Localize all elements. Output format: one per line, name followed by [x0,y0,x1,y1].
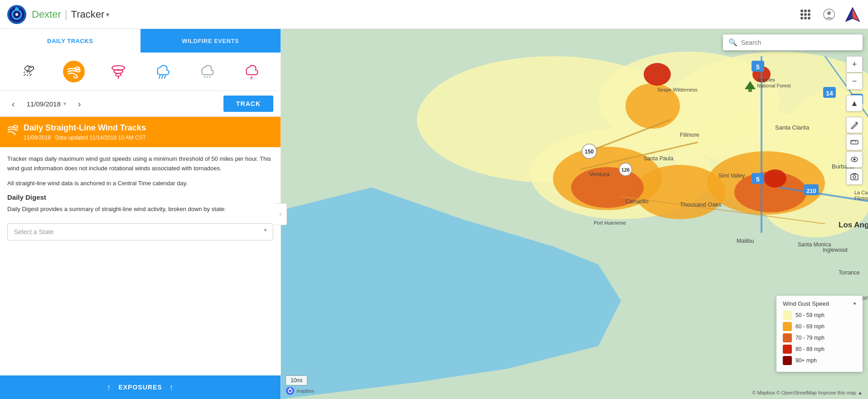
legend-label-2: 70 - 79 mph [795,335,824,341]
app-name: Dexter [32,9,61,20]
svg-text:126: 126 [621,167,630,173]
svg-text:Camarillo: Camarillo [626,198,649,205]
date-display[interactable]: 11/09/2018 ▾ [27,100,66,108]
tab-wildfire-events[interactable]: WILDFIRE EVENTS [141,29,281,53]
panel-collapse-handle[interactable]: ‹ [274,203,287,225]
legend-label-1: 60 - 69 mph [795,323,824,330]
svg-point-19 [209,77,211,78]
wind-legend-title: Wind Gust Speed [783,300,829,307]
tab-daily-tracks[interactable]: DAILY TRACKS [0,29,141,53]
svg-text:Santa Paula: Santa Paula [644,155,674,162]
legend-swatch-1 [783,322,792,331]
svg-point-38 [764,169,786,187]
legend-swatch-2 [783,333,792,342]
map-credit: © Mapbox © OpenStreetMap Improve this ma… [752,390,863,395]
search-input[interactable] [741,39,857,46]
svg-point-36 [644,63,671,86]
header-icons [797,6,861,23]
grid-menu-button[interactable] [797,6,814,23]
legend-item-3: 80 - 89 mph [783,345,856,354]
draw-tool-button[interactable] [846,117,863,133]
svg-point-5 [827,11,831,15]
exposures-bar[interactable]: ↑ EXPOSURES ↑ [0,375,281,399]
legend-swatch-3 [783,345,792,354]
description-para2: All straight-line wind data is anchored … [7,179,273,188]
map-area[interactable]: 5 5 14 14 150 126 [281,29,868,399]
tabs-bar: DAILY TRACKS WILDFIRE EVENTS [0,29,281,53]
next-date-button[interactable]: › [73,97,86,111]
svg-line-14 [159,76,160,78]
search-icon: 🔍 [728,38,737,47]
svg-text:Malibu: Malibu [737,237,754,244]
event-card: Daily Straight-Line Wind Tracks 11/09/20… [0,117,281,147]
legend-label-4: 90+ mph [795,357,817,364]
svg-text:Simi Valley: Simi Valley [718,173,745,179]
svg-rect-79 [748,89,752,92]
wind-legend-dropdown[interactable]: ▾ [853,301,856,307]
visibility-toggle-button[interactable] [846,151,863,168]
legend-swatch-0 [783,311,792,320]
svg-text:5: 5 [756,176,760,183]
description-para1: Tracker maps daily maximum wind gust spe… [7,154,273,173]
account-button[interactable] [821,6,837,23]
map-scale: 10mi [286,375,307,385]
main-layout: DAILY TRACKS WILDFIRE EVENTS ⛈ [0,29,868,399]
map-search-bar: 🔍 [723,34,863,50]
weather-icons-row: ⛈ [0,53,281,91]
svg-text:Angeles: Angeles [757,77,775,82]
svg-marker-20 [250,76,253,80]
weather-icon-wind[interactable] [60,58,87,85]
svg-point-89 [853,159,856,161]
weather-icon-tornado[interactable] [105,58,132,85]
weather-icon-light-rain[interactable] [193,58,220,85]
svg-text:La Cañada: La Cañada [854,190,868,195]
event-meta: 11/09/2018 Data updated 11/14/2018 10 AM… [24,135,146,141]
svg-point-12 [116,73,121,76]
arro-logo-button[interactable] [844,6,861,23]
current-date: 11/09/2018 [27,100,61,108]
mapbox-logo: mapbox [286,386,314,395]
svg-point-2 [15,13,18,16]
left-panel: DAILY TRACKS WILDFIRE EVENTS ⛈ [0,29,281,399]
product-dropdown-icon[interactable]: ▾ [106,11,109,18]
svg-text:National Forest: National Forest [757,83,791,88]
weather-icon-rain-thunder[interactable] [149,58,176,85]
screenshot-button[interactable] [846,168,863,185]
svg-text:210: 210 [806,187,816,194]
svg-point-3 [15,7,19,11]
event-title: Daily Straight-Line Wind Tracks [24,123,146,133]
zoom-out-button[interactable]: − [846,73,863,90]
state-select[interactable]: Select a State Alabama Alaska Arizona Ca… [7,223,273,240]
weather-icon-snow-lightning[interactable] [238,58,265,85]
panel-content: Tracker maps daily maximum wind gust spe… [0,147,281,375]
map-controls: + − ▲ [846,56,863,185]
weather-icon-thunderstorm[interactable]: ⛈ [16,58,43,85]
prev-date-button[interactable]: ‹ [7,97,19,111]
legend-label-3: 80 - 89 mph [795,346,824,352]
svg-point-94 [289,388,291,389]
daily-digest-desc: Daily Digest provides a summary of strai… [7,205,273,214]
app-header: Dexter | Tracker ▾ [0,0,868,29]
svg-text:Los Angeles: Los Angeles [839,221,868,229]
mapbox-text: mapbox [296,388,314,394]
event-updated: Data updated 11/14/2018 10 AM CST [55,135,146,141]
reset-north-button[interactable]: ▲ [846,95,863,111]
wind-legend-header: Wind Gust Speed ▾ [783,300,856,307]
svg-text:Port Hueneme: Port Hueneme [594,220,626,226]
legend-item-0: 50 - 59 mph [783,311,856,320]
legend-label-0: 50 - 59 mph [795,312,824,318]
track-button[interactable]: TRACK [223,96,273,112]
zoom-in-button[interactable]: + [846,56,863,72]
svg-rect-90 [851,174,858,180]
date-dropdown-icon: ▾ [63,101,66,107]
svg-point-18 [207,77,208,78]
measure-tool-button[interactable] [846,134,863,150]
exposures-label: EXPOSURES [118,384,162,391]
svg-text:Fillmore: Fillmore [680,132,699,138]
svg-text:14: 14 [826,90,833,97]
exposures-up-arrow-left: ↑ [107,383,111,392]
state-select-wrapper: Select a State Alabama Alaska Arizona Ca… [7,220,273,240]
legend-swatch-4 [783,356,792,365]
svg-text:Santa Clarita: Santa Clarita [775,124,810,131]
svg-text:Flintridge: Flintridge [854,196,868,201]
